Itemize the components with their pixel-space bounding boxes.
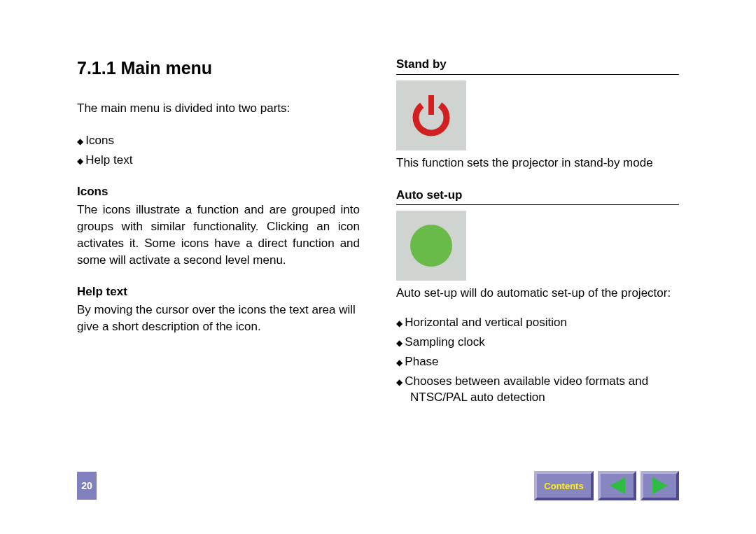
- left-column: 7.1.1 Main menu The main menu is divided…: [77, 56, 360, 421]
- list-item: Chooses between available video formats …: [396, 373, 679, 407]
- contents-label: Contents: [544, 481, 583, 491]
- list-item: Help text: [77, 152, 360, 169]
- contents-button[interactable]: Contents: [534, 471, 594, 500]
- next-page-button[interactable]: [640, 471, 679, 500]
- right-column: Stand by This function sets the projecto…: [396, 56, 679, 421]
- page-footer: 20 Contents: [77, 471, 679, 500]
- arrow-left-icon: [610, 477, 625, 494]
- standby-description: This function sets the projector in stan…: [396, 155, 679, 171]
- main-menu-parts-list: Icons Help text: [77, 132, 360, 169]
- power-icon: [407, 91, 456, 140]
- autosetup-description: Auto set-up will do automatic set-up of …: [396, 285, 679, 302]
- icons-body: The icons illustrate a function and are …: [77, 202, 360, 268]
- page-number: 20: [77, 472, 97, 500]
- autosetup-list: Horizontal and vertical position Samplin…: [396, 314, 679, 406]
- list-item: Phase: [396, 353, 679, 370]
- helptext-body: By moving the cursor over the icons the …: [77, 302, 360, 335]
- prev-page-button[interactable]: [598, 471, 636, 500]
- divider: [396, 74, 679, 75]
- icons-subhead: Icons: [77, 183, 360, 200]
- helptext-subhead: Help text: [77, 283, 360, 300]
- divider: [396, 204, 679, 205]
- list-item: Horizontal and vertical position: [396, 314, 679, 331]
- autosetup-icon-box: [396, 211, 466, 281]
- manual-page: 7.1.1 Main menu The main menu is divided…: [0, 0, 756, 534]
- list-item: Icons: [77, 132, 360, 149]
- two-column-layout: 7.1.1 Main menu The main menu is divided…: [77, 56, 679, 421]
- svg-rect-1: [428, 95, 434, 115]
- green-circle-icon: [407, 221, 456, 270]
- section-heading: 7.1.1 Main menu: [77, 56, 360, 80]
- svg-point-2: [410, 225, 452, 267]
- intro-paragraph: The main menu is divided into two parts:: [77, 100, 360, 117]
- standby-icon-box: [396, 80, 466, 150]
- autosetup-subhead: Auto set-up: [396, 187, 679, 204]
- list-item: Sampling clock: [396, 334, 679, 351]
- standby-subhead: Stand by: [396, 56, 679, 73]
- arrow-right-icon: [652, 477, 668, 494]
